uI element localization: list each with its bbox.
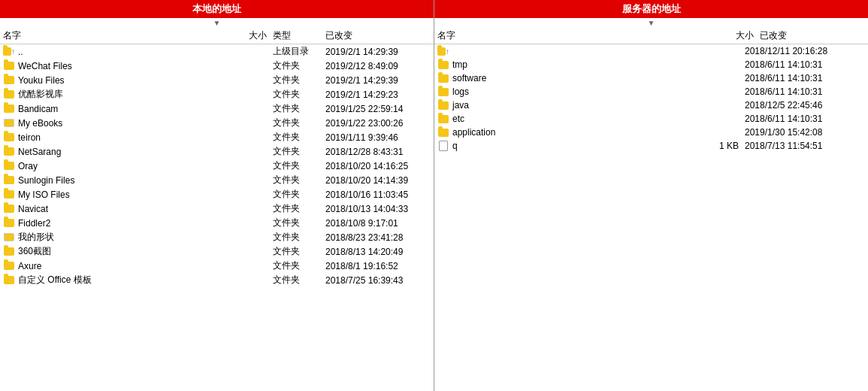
server-file-name: software bbox=[452, 73, 700, 83]
main-container: 本地的地址 ▼ 名字 大小 类型 已改变 ↑..上级目录2019/2/1 14:… bbox=[0, 0, 868, 391]
local-file-type: 文件夹 bbox=[273, 231, 325, 244]
local-file-modified: 2018/10/20 14:16:25 bbox=[325, 161, 431, 171]
server-file-row[interactable]: application2019/1/30 15:42:08 bbox=[434, 126, 868, 139]
folder-icon bbox=[437, 59, 449, 71]
local-file-modified: 2018/10/13 14:04:33 bbox=[325, 204, 431, 214]
server-file-modified: 2018/6/11 14:10:31 bbox=[745, 59, 865, 70]
local-file-modified: 2019/2/1 14:29:39 bbox=[325, 47, 431, 57]
local-file-name: teiron bbox=[18, 132, 228, 143]
local-file-row[interactable]: NetSarang文件夹2018/12/28 8:43:31 bbox=[0, 144, 434, 159]
folder-icon bbox=[437, 126, 449, 138]
local-file-type: 文件夹 bbox=[273, 188, 325, 201]
server-file-modified: 2018/12/11 20:16:28 bbox=[745, 46, 865, 56]
local-file-modified: 2019/1/11 9:39:46 bbox=[325, 132, 431, 143]
local-file-row[interactable]: My ISO Files文件夹2018/10/16 11:03:45 bbox=[0, 187, 434, 202]
server-col-name: 名字 bbox=[437, 29, 715, 42]
server-file-row[interactable]: etc2018/6/11 14:10:31 bbox=[434, 112, 868, 126]
server-file-name: etc bbox=[452, 114, 700, 124]
local-file-modified: 2018/12/28 8:43:31 bbox=[325, 147, 431, 157]
local-file-modified: 2018/10/16 11:03:45 bbox=[325, 189, 431, 200]
server-file-row[interactable]: tmp2018/6/11 14:10:31 bbox=[434, 58, 868, 71]
file-icon bbox=[437, 140, 449, 152]
local-file-name: My eBooks bbox=[18, 118, 228, 129]
server-file-modified: 2019/1/30 15:42:08 bbox=[745, 127, 865, 138]
local-file-modified: 2019/1/25 22:59:14 bbox=[325, 104, 431, 114]
local-file-type: 文件夹 bbox=[273, 131, 325, 144]
local-file-row[interactable]: My eBooks文件夹2019/1/22 23:00:26 bbox=[0, 116, 434, 130]
local-file-row[interactable]: 我的形状文件夹2018/8/23 23:41:28 bbox=[0, 230, 434, 244]
folder-icon bbox=[3, 189, 15, 201]
server-file-modified: 2018/6/11 14:10:31 bbox=[745, 86, 865, 97]
folder-icon bbox=[3, 174, 15, 186]
local-file-name: Bandicam bbox=[18, 104, 228, 114]
local-file-name: 优酷影视库 bbox=[18, 88, 228, 101]
server-file-row[interactable]: java2018/12/5 22:45:46 bbox=[434, 99, 868, 112]
server-file-row[interactable]: ↑2018/12/11 20:16:28 bbox=[434, 44, 868, 58]
local-file-modified: 2018/8/1 19:16:52 bbox=[325, 261, 431, 271]
server-col-size: 大小 bbox=[715, 29, 760, 42]
local-file-row[interactable]: Axure文件夹2018/8/1 19:16:52 bbox=[0, 259, 434, 273]
special-folder-icon bbox=[3, 117, 15, 129]
local-file-name: 360截图 bbox=[18, 245, 228, 258]
server-file-size: 1 KB bbox=[700, 141, 745, 151]
server-file-row[interactable]: software2018/6/11 14:10:31 bbox=[434, 71, 868, 85]
folder-icon bbox=[3, 132, 15, 144]
local-file-modified: 2019/1/22 23:00:26 bbox=[325, 118, 431, 129]
local-file-name: Youku Files bbox=[18, 75, 228, 86]
folder-icon bbox=[3, 246, 15, 258]
folder-icon bbox=[3, 146, 15, 158]
special-folder-icon bbox=[3, 232, 15, 244]
folder-icon bbox=[437, 99, 449, 111]
folder-icon bbox=[3, 74, 15, 86]
local-file-name: Fiddler2 bbox=[18, 218, 228, 229]
local-file-row[interactable]: Bandicam文件夹2019/1/25 22:59:14 bbox=[0, 102, 434, 116]
server-file-name: java bbox=[452, 100, 700, 111]
local-file-modified: 2018/8/23 23:41:28 bbox=[325, 232, 431, 243]
local-panel: 本地的地址 ▼ 名字 大小 类型 已改变 ↑..上级目录2019/2/1 14:… bbox=[0, 0, 434, 391]
local-file-name: .. bbox=[18, 47, 228, 57]
local-column-header: 名字 大小 类型 已改变 bbox=[0, 28, 434, 44]
local-file-name: 自定义 Office 模板 bbox=[18, 274, 228, 286]
local-file-modified: 2019/2/12 8:49:09 bbox=[325, 61, 431, 71]
local-file-type: 文件夹 bbox=[273, 145, 325, 158]
local-file-type: 文件夹 bbox=[273, 259, 325, 272]
local-file-row[interactable]: Youku Files文件夹2019/2/1 14:29:39 bbox=[0, 73, 434, 87]
local-file-modified: 2019/2/1 14:29:39 bbox=[325, 75, 431, 86]
local-file-type: 文件夹 bbox=[273, 174, 325, 186]
local-file-type: 上级目录 bbox=[273, 45, 325, 58]
local-file-row[interactable]: Oray文件夹2018/10/20 14:16:25 bbox=[0, 159, 434, 173]
local-file-modified: 2018/10/8 9:17:01 bbox=[325, 218, 431, 229]
parent-folder-icon: ↑ bbox=[437, 45, 449, 57]
local-col-type: 类型 bbox=[273, 29, 325, 42]
server-file-row[interactable]: q1 KB2018/7/13 11:54:51 bbox=[434, 139, 868, 153]
local-file-row[interactable]: 优酷影视库文件夹2019/2/1 14:29:23 bbox=[0, 87, 434, 102]
local-file-name: WeChat Files bbox=[18, 61, 228, 71]
server-arrow: ▼ bbox=[434, 18, 868, 28]
local-file-row[interactable]: ↑..上级目录2019/2/1 14:29:39 bbox=[0, 44, 434, 59]
local-file-row[interactable]: 360截图文件夹2018/8/13 14:20:49 bbox=[0, 244, 434, 259]
local-file-row[interactable]: Navicat文件夹2018/10/13 14:04:33 bbox=[0, 202, 434, 216]
local-file-modified: 2019/2/1 14:29:23 bbox=[325, 89, 431, 100]
folder-icon bbox=[437, 86, 449, 98]
local-file-name: My ISO Files bbox=[18, 189, 228, 200]
local-col-modified: 已改变 bbox=[325, 29, 431, 42]
local-file-name: NetSarang bbox=[18, 147, 228, 157]
local-file-type: 文件夹 bbox=[273, 202, 325, 215]
server-file-row[interactable]: logs2018/6/11 14:10:31 bbox=[434, 85, 868, 99]
local-file-row[interactable]: 自定义 Office 模板文件夹2018/7/25 16:39:43 bbox=[0, 273, 434, 287]
local-file-row[interactable]: Sunlogin Files文件夹2018/10/20 14:14:39 bbox=[0, 173, 434, 187]
local-file-row[interactable]: WeChat Files文件夹2019/2/12 8:49:09 bbox=[0, 59, 434, 73]
server-panel-header: 服务器的地址 bbox=[434, 0, 868, 18]
folder-icon bbox=[3, 260, 15, 272]
local-file-row[interactable]: teiron文件夹2019/1/11 9:39:46 bbox=[0, 130, 434, 144]
server-file-name: logs bbox=[452, 86, 700, 97]
local-file-type: 文件夹 bbox=[273, 217, 325, 229]
local-arrow: ▼ bbox=[0, 18, 434, 28]
server-column-header: 名字 大小 已改变 bbox=[434, 28, 868, 44]
local-file-type: 文件夹 bbox=[273, 274, 325, 286]
server-file-list[interactable]: ↑2018/12/11 20:16:28tmp2018/6/11 14:10:3… bbox=[434, 44, 868, 391]
local-file-list[interactable]: ↑..上级目录2019/2/1 14:29:39WeChat Files文件夹2… bbox=[0, 44, 434, 391]
server-file-name: application bbox=[452, 127, 700, 138]
local-file-row[interactable]: Fiddler2文件夹2018/10/8 9:17:01 bbox=[0, 216, 434, 230]
server-header-title: 服务器的地址 bbox=[622, 3, 681, 14]
